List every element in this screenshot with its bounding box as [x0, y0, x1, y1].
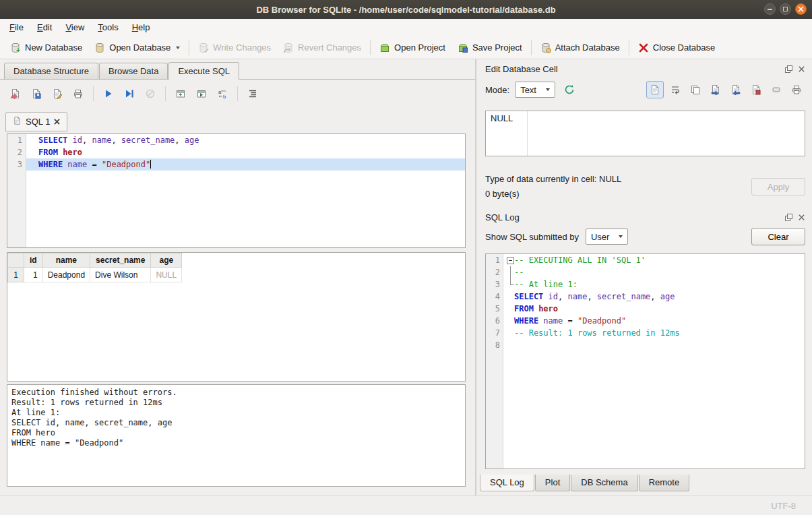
log-line-5: 5FROM hero	[486, 303, 805, 315]
auto-switch-mode-icon[interactable]	[561, 81, 578, 98]
dock-tab-remote[interactable]: Remote	[639, 475, 690, 491]
table-cell[interactable]: NULL	[151, 268, 182, 282]
sql-log-dock-header: SQL Log	[485, 210, 807, 224]
table-cell[interactable]: Dive Wilson	[90, 268, 151, 282]
log-line-8: 8	[486, 339, 805, 351]
row-header[interactable]: 1	[8, 268, 24, 282]
word-wrap-button[interactable]	[666, 81, 684, 98]
find-replace-button[interactable]: ab	[214, 85, 231, 102]
line-content: WHERE name = "Deadpond"	[26, 158, 465, 171]
dock-tab-sql-log[interactable]: SQL Log	[480, 475, 534, 491]
word-wrap-icon	[670, 84, 681, 95]
open-project-button[interactable]: Open Project	[373, 38, 451, 57]
new-tab-button[interactable]: +	[172, 85, 189, 102]
save-cell-icon	[751, 84, 761, 95]
close-dock-icon[interactable]	[797, 64, 807, 74]
tab-database-structure[interactable]: Database Structure	[4, 63, 98, 80]
col-header-name[interactable]: name	[42, 253, 90, 268]
save-project-button[interactable]: Save Project	[451, 38, 528, 57]
tab-execute-sql[interactable]: Execute SQL	[168, 62, 239, 80]
log-filter-select[interactable]: User	[586, 229, 628, 245]
minimize-icon[interactable]	[764, 3, 776, 15]
toolbar-separator	[629, 40, 629, 55]
cell-editor[interactable]: NULL	[485, 111, 805, 156]
toolbar-button-label: New Database	[25, 42, 82, 53]
line-content: -- At line 1:	[503, 278, 805, 291]
export-cell-icon	[730, 84, 741, 95]
line-content: --	[503, 266, 805, 278]
sql-log-title: SQL Log	[485, 212, 784, 222]
editor-line-3: 3WHERE name = "Deadpond"	[7, 158, 465, 171]
close-icon[interactable]	[795, 3, 807, 15]
undock-icon[interactable]	[784, 212, 794, 222]
save-as-sql-icon	[52, 88, 63, 99]
cell-mode-row: Mode: Text	[485, 81, 805, 98]
menu-file[interactable]: File	[3, 19, 30, 36]
open-tab-button[interactable]	[193, 85, 210, 102]
maximize-icon[interactable]	[780, 3, 791, 15]
cell-toolbar	[646, 81, 805, 98]
export-cell-button[interactable]	[727, 81, 745, 98]
fold-marker-icon[interactable]	[505, 254, 514, 266]
save-sql-button[interactable]	[28, 85, 45, 102]
open-database-button[interactable]: Open Database	[88, 38, 186, 57]
toolbar-separator	[165, 86, 166, 101]
execute-line-button[interactable]	[121, 85, 138, 102]
print-cell-button[interactable]	[788, 81, 805, 98]
sql-tab[interactable]: SQL 1	[5, 112, 67, 131]
menu-tools[interactable]: Tools	[91, 19, 125, 36]
main-tab-bar: Database StructureBrowse DataExecute SQL	[4, 62, 240, 80]
line-content: FROM hero	[503, 303, 805, 315]
copy-cell-button[interactable]	[687, 81, 704, 98]
execute-all-button[interactable]	[100, 85, 117, 102]
open-sql-button[interactable]	[7, 85, 24, 102]
set-null-button[interactable]	[768, 81, 785, 98]
svg-text:+: +	[16, 47, 20, 53]
menu-bar: FileEditViewToolsHelp	[0, 19, 812, 36]
line-content: FROM hero	[26, 146, 465, 158]
fold-gutter	[505, 291, 514, 303]
chevron-down-icon[interactable]	[176, 47, 180, 49]
toolbar-separator	[93, 86, 94, 101]
format-button[interactable]	[244, 85, 261, 102]
log-line-3: 3-- At line 1:	[486, 278, 805, 291]
col-header-age[interactable]: age	[151, 253, 182, 268]
mode-select[interactable]: Text	[515, 82, 555, 98]
attach-database-button[interactable]: Attach Database	[534, 38, 626, 57]
sql-log-lines: 1-- EXECUTING ALL IN 'SQL 1'2--3-- At li…	[486, 254, 805, 351]
log-line-1: 1-- EXECUTING ALL IN 'SQL 1'	[486, 254, 805, 266]
menu-edit[interactable]: Edit	[30, 19, 59, 36]
dock-tab-bar: SQL LogPlotDB SchemaRemote	[480, 475, 690, 491]
dock-tab-plot[interactable]: Plot	[535, 475, 570, 491]
sql-log-view[interactable]: 1-- EXECUTING ALL IN 'SQL 1'2--3-- At li…	[485, 253, 805, 469]
close-tab-icon[interactable]	[54, 117, 60, 127]
execute-line-icon	[124, 88, 135, 99]
dock-tab-db-schema[interactable]: DB Schema	[571, 475, 637, 491]
toolbar-button-label: Open Database	[109, 42, 170, 53]
undock-icon[interactable]	[784, 64, 794, 74]
sql-tab-label: SQL 1	[26, 117, 50, 127]
menu-view[interactable]: View	[59, 19, 91, 36]
log-line-4: 4SELECT id, name, secret_name, age	[486, 291, 805, 303]
close-dock-icon[interactable]	[797, 212, 807, 222]
new-database-button[interactable]: +New Database	[4, 38, 88, 57]
close-database-button[interactable]: Close Database	[632, 38, 722, 57]
title-bar[interactable]: DB Browser for SQLite - /home/user/code/…	[0, 0, 812, 19]
table-cell[interactable]: Deadpond	[42, 268, 90, 282]
print-sql-button[interactable]	[69, 85, 87, 102]
results-grid[interactable]: idnamesecret_nameage11DeadpondDive Wilso…	[7, 252, 466, 382]
col-header-secret-name[interactable]: secret_name	[90, 253, 151, 268]
import-cell-button[interactable]	[707, 81, 724, 98]
sql-toolbar: +ab	[7, 85, 261, 102]
col-header-id[interactable]: id	[24, 253, 43, 268]
sql-editor[interactable]: 1SELECT id, name, secret_name, age2FROM …	[7, 133, 466, 248]
table-cell[interactable]: 1	[24, 268, 43, 282]
text-view-button[interactable]	[646, 81, 664, 98]
clear-log-button[interactable]: Clear	[751, 228, 805, 245]
print-cell-icon	[791, 84, 802, 95]
tab-browse-data[interactable]: Browse Data	[99, 63, 168, 80]
save-as-sql-button[interactable]	[49, 85, 66, 102]
menu-help[interactable]: Help	[125, 19, 157, 36]
save-cell-button[interactable]	[747, 81, 765, 98]
toolbar-separator	[237, 86, 238, 101]
